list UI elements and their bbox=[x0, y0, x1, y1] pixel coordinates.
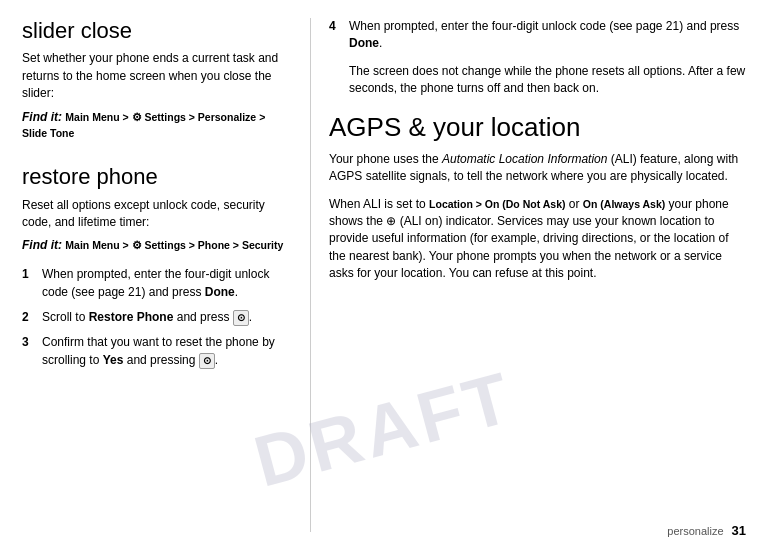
agps-title: AGPS & your location bbox=[329, 112, 746, 143]
step-3: 3 Confirm that you want to reset the pho… bbox=[22, 334, 292, 369]
footer-page: 31 bbox=[732, 523, 746, 538]
step-2-key: ⊙ bbox=[233, 310, 249, 326]
section-divider bbox=[22, 154, 292, 164]
footer-label: personalize bbox=[667, 525, 723, 537]
slider-close-body: Set whether your phone ends a current ta… bbox=[22, 50, 292, 102]
step-4-note: The screen does not change while the pho… bbox=[349, 63, 746, 98]
step-3-key: ⊙ bbox=[199, 353, 215, 369]
step-1: 1 When prompted, enter the four-digit un… bbox=[22, 266, 292, 301]
step-4-list: 4 When prompted, enter the four-digit un… bbox=[329, 18, 746, 53]
agps-para1: Your phone uses the Automatic Location I… bbox=[329, 151, 746, 186]
slider-close-find-it: Find it: Main Menu > ⚙ Settings > Person… bbox=[22, 109, 292, 143]
step-4-content: When prompted, enter the four-digit unlo… bbox=[349, 18, 746, 53]
step-4: 4 When prompted, enter the four-digit un… bbox=[329, 18, 746, 53]
step-4-bold: Done bbox=[349, 36, 379, 50]
page-footer: personalize 31 bbox=[667, 523, 746, 538]
restore-phone-body: Reset all options except unlock code, se… bbox=[22, 197, 292, 232]
step-1-bold: Done bbox=[205, 285, 235, 299]
slider-close-section: slider close Set whether your phone ends… bbox=[22, 18, 292, 142]
restore-phone-path: Main Menu > ⚙ Settings > Phone > Securit… bbox=[65, 239, 283, 251]
step-2-bold: Restore Phone bbox=[89, 310, 174, 324]
step-2: 2 Scroll to Restore Phone and press ⊙. bbox=[22, 309, 292, 326]
step-1-content: When prompted, enter the four-digit unlo… bbox=[42, 266, 292, 301]
step-1-num: 1 bbox=[22, 266, 38, 283]
find-it-label-2: Find it: bbox=[22, 238, 65, 252]
step-4-num: 4 bbox=[329, 18, 345, 35]
step-3-bold: Yes bbox=[103, 353, 124, 367]
left-column: slider close Set whether your phone ends… bbox=[0, 18, 310, 532]
restore-phone-title: restore phone bbox=[22, 164, 292, 190]
step-3-content: Confirm that you want to reset the phone… bbox=[42, 334, 292, 369]
step-3-num: 3 bbox=[22, 334, 38, 351]
find-it-label: Find it: bbox=[22, 110, 65, 124]
right-column: 4 When prompted, enter the four-digit un… bbox=[310, 18, 768, 532]
agps-para2: When ALI is set to Location > On (Do Not… bbox=[329, 196, 746, 283]
step-2-num: 2 bbox=[22, 309, 38, 326]
agps-title-text: AGPS & your location bbox=[329, 112, 580, 142]
restore-phone-steps: 1 When prompted, enter the four-digit un… bbox=[22, 266, 292, 369]
restore-phone-section: restore phone Reset all options except u… bbox=[22, 164, 292, 369]
slider-close-title: slider close bbox=[22, 18, 292, 44]
restore-phone-find-it: Find it: Main Menu > ⚙ Settings > Phone … bbox=[22, 237, 292, 254]
settings-icon-inline-2: ⚙ bbox=[132, 239, 142, 251]
agps-always-ask: On (Always Ask) bbox=[583, 198, 665, 210]
agps-italic: Automatic Location Information bbox=[442, 152, 607, 166]
settings-icon-inline: ⚙ bbox=[132, 111, 142, 123]
step-2-content: Scroll to Restore Phone and press ⊙. bbox=[42, 309, 292, 326]
agps-section: AGPS & your location Your phone uses the… bbox=[329, 112, 746, 283]
agps-location-path: Location > On (Do Not Ask) bbox=[429, 198, 565, 210]
